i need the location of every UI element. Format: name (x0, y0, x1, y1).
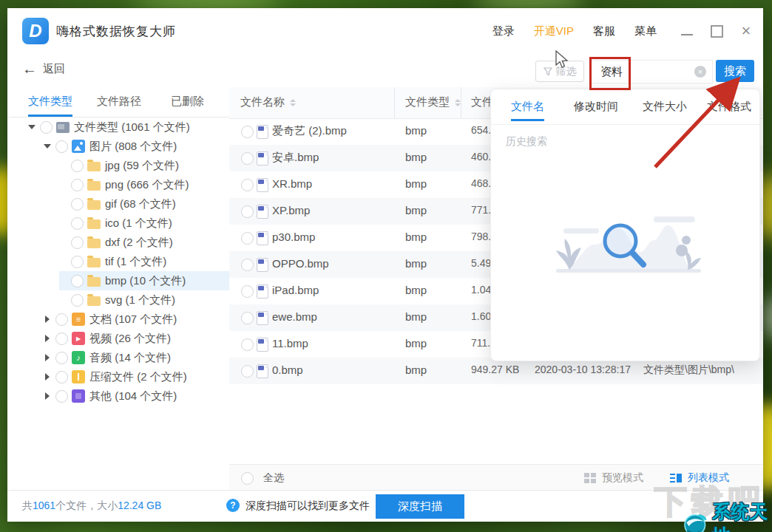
row-radio[interactable] (241, 205, 254, 218)
tree-node-radio[interactable] (55, 313, 68, 326)
question-icon[interactable]: ? (226, 499, 240, 512)
clear-search-icon[interactable]: × (694, 66, 706, 78)
tree-node[interactable]: ♪音频 (14 个文件) (7, 348, 229, 367)
file-size-cell: 711. (471, 337, 490, 349)
row-radio[interactable] (241, 232, 254, 245)
close-button[interactable]: × (739, 24, 753, 38)
tree-node-radio[interactable] (40, 121, 53, 134)
tree-node-radio[interactable] (71, 160, 84, 172)
header-file-name[interactable]: 文件名称 (240, 95, 296, 109)
row-radio[interactable] (241, 152, 254, 165)
tree-node-radio[interactable] (71, 217, 84, 230)
tree-node[interactable]: dxf (2 个文件) (7, 233, 229, 252)
search-button[interactable]: 搜索 (716, 60, 754, 82)
video-icon: ▶ (72, 332, 85, 345)
expand-arrow-icon[interactable] (42, 316, 53, 323)
tree-node[interactable]: svg (1 个文件) (7, 290, 229, 310)
collapse-arrow-icon[interactable] (42, 144, 53, 149)
tab-modified-time[interactable]: 修改时间 (574, 100, 618, 114)
folder-icon (87, 296, 101, 306)
tree-node[interactable]: jpg (59 个文件) (7, 156, 229, 175)
file-size-cell: 949.27 KB (471, 364, 519, 375)
row-radio[interactable] (241, 126, 254, 138)
expand-arrow-icon[interactable] (42, 373, 53, 381)
login-menu-item[interactable]: 登录 (492, 24, 515, 38)
collapse-arrow-icon[interactable] (27, 125, 37, 129)
tab-file-format[interactable]: 文件格式 (707, 100, 751, 114)
tab-file-size[interactable]: 文件大小 (643, 100, 687, 114)
app-logo-icon: D (22, 18, 49, 44)
expand-arrow-icon[interactable] (42, 392, 53, 400)
tree-node[interactable]: png (666 个文件) (7, 175, 229, 194)
tree-node-radio[interactable] (71, 236, 84, 249)
tab-file-path[interactable]: 文件路径 (97, 95, 141, 109)
tree-node[interactable]: 图片 (808 个文件) (7, 137, 229, 156)
sort-icon[interactable] (290, 99, 296, 106)
tree-node[interactable]: tif (1 个文件) (7, 252, 229, 271)
file-size-cell: 771. (471, 204, 491, 216)
filter-button[interactable]: 筛选 (535, 61, 584, 82)
row-radio[interactable] (241, 259, 254, 271)
header-file-type[interactable]: 文件类型 (405, 95, 461, 109)
row-radio[interactable] (241, 285, 254, 298)
tree-node[interactable]: gif (68 个文件) (7, 194, 229, 214)
expand-arrow-icon[interactable] (42, 354, 53, 361)
grid-icon (584, 473, 596, 483)
bmp-file-icon (257, 338, 268, 352)
file-name-cell: XR.bmp (272, 177, 312, 190)
select-all[interactable]: 全选 (241, 471, 284, 485)
file-name-cell: 0.bmp (272, 364, 303, 376)
tree-node-radio[interactable] (55, 140, 68, 153)
tab-file-type[interactable]: 文件类型 (28, 95, 72, 109)
tab-file-name[interactable]: 文件名 (511, 100, 544, 114)
row-radio[interactable] (241, 365, 254, 378)
row-radio[interactable] (241, 338, 254, 351)
tree-node-radio[interactable] (55, 352, 68, 364)
file-name-cell: 11.bmp (272, 337, 308, 349)
tree-node[interactable]: ≡文档 (107 个文件) (7, 310, 229, 329)
tree-node-radio[interactable] (55, 332, 68, 345)
tree-node-radio[interactable] (55, 371, 68, 383)
maximize-button[interactable] (710, 24, 723, 38)
tree-node-label: gif (68 个文件) (105, 197, 176, 211)
column-separator (394, 87, 395, 118)
folder-icon (87, 181, 101, 191)
sort-icon[interactable] (455, 99, 461, 106)
file-type-cell: bmp (405, 257, 427, 270)
tree-node[interactable]: 文件类型 (1061 个文件) (7, 117, 229, 137)
bmp-file-icon (257, 125, 268, 139)
file-path-cell: 文件类型\图片\bmp\ (643, 364, 734, 377)
row-radio[interactable] (241, 312, 254, 324)
tree-node[interactable]: ▶视频 (26 个文件) (7, 329, 229, 348)
tree-node[interactable]: ico (1 个文件) (7, 214, 229, 233)
tree-node-radio[interactable] (55, 390, 68, 403)
funnel-icon (544, 67, 552, 76)
tree-node[interactable]: 压缩文件 (2 个文件) (7, 367, 229, 386)
app-title: 嗨格式数据恢复大师 (56, 23, 176, 40)
tree-node[interactable]: bmp (10 个文件) (7, 271, 229, 290)
service-menu-item[interactable]: 客服 (593, 24, 615, 38)
empty-search-illustration (543, 208, 713, 282)
preview-mode-button[interactable]: 预览模式 (584, 471, 643, 485)
tree-node-radio[interactable] (71, 179, 84, 191)
vip-menu-item[interactable]: 开通VIP (534, 24, 574, 38)
back-button[interactable]: ← 返回 (22, 61, 65, 76)
tree-node-label: ico (1 个文件) (105, 216, 172, 231)
table-row[interactable]: 0.bmpbmp949.27 KB2020-03-10 13:28:17文件类型… (229, 358, 763, 384)
tree-node-label: 文档 (107 个文件) (89, 313, 177, 327)
tree-node-radio[interactable] (71, 256, 84, 268)
tree-node-radio[interactable] (71, 198, 84, 211)
active-tab-underline (28, 115, 72, 117)
expand-arrow-icon[interactable] (42, 335, 53, 342)
deep-scan-button[interactable]: 深度扫描 (376, 494, 464, 519)
tab-deleted[interactable]: 已删除 (171, 95, 204, 109)
select-all-radio[interactable] (241, 472, 254, 485)
folder-icon (87, 258, 101, 267)
row-radio[interactable] (241, 179, 254, 191)
minimize-button[interactable] (680, 24, 694, 38)
tree-node-label: bmp (10 个文件) (105, 274, 186, 288)
tree-node-radio[interactable] (71, 294, 84, 307)
menu-menu-item[interactable]: 菜单 (634, 24, 657, 38)
tree-node-radio[interactable] (71, 275, 84, 287)
tree-node[interactable]: 其他 (104 个文件) (7, 386, 229, 406)
